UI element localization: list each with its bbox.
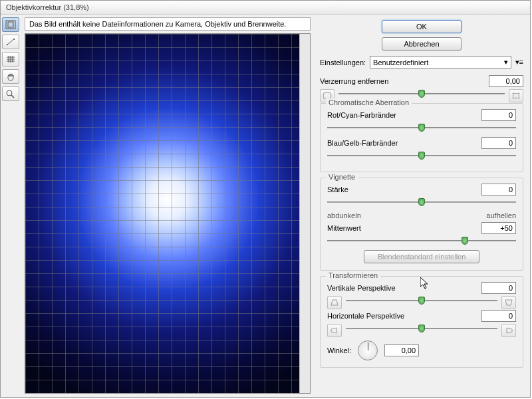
vertical-scrollbar[interactable] [299,34,310,393]
angle-dial[interactable] [358,340,378,360]
hpersp-right-icon[interactable] [501,324,516,337]
ok-button[interactable]: OK [382,20,462,33]
angle-input[interactable] [384,344,419,356]
remove-distortion-tool[interactable] [2,17,19,32]
settings-label: Einstellungen: [320,59,366,66]
move-grid-tool[interactable] [2,52,19,66]
window-title: Objektivkorrektur (31,8%) [1,1,530,15]
aperture-default-button[interactable]: Blendenstandard einstellen [364,250,480,263]
redcyan-label: Rot/Cyan-Farbränder [327,111,481,119]
vignette-midpoint-label: Mittenwert [327,224,481,232]
hpersp-label: Horizontale Perspektive [327,312,481,320]
settings-menu-icon[interactable]: ▾≡ [515,58,523,66]
vignette-midpoint-slider[interactable] [327,235,516,246]
tool-column [1,15,22,396]
svg-point-2 [7,90,12,96]
zoom-tool[interactable] [2,86,19,101]
distortion-input[interactable] [489,75,523,87]
vpersp-up-icon[interactable] [501,296,516,309]
transform-group-title: Transformieren [326,271,380,279]
vpersp-down-icon[interactable] [327,296,342,309]
angle-label: Winkel: [327,346,351,354]
distortion-slider[interactable] [338,88,505,99]
vignette-strength-input[interactable] [481,184,516,196]
chroma-group-title: Chromatische Aberration [326,98,412,106]
lighten-label: aufhellen [486,211,516,219]
info-message: Das Bild enthält keine Dateiinformatione… [25,17,311,31]
vignette-strength-label: Stärke [327,186,481,194]
pincushion-icon[interactable] [509,89,523,102]
distortion-label: Verzerrung entfernen [320,77,489,85]
blueyellow-slider[interactable] [327,150,516,161]
cancel-button[interactable]: Abbrechen [382,37,462,51]
hpersp-input[interactable] [481,310,516,322]
vpersp-label: Vertikale Perspektive [327,284,481,292]
hpersp-left-icon[interactable] [327,324,342,337]
vignette-midpoint-input[interactable] [481,222,516,234]
darken-label: abdunkeln [327,211,361,219]
preview-area[interactable] [25,33,311,394]
chevron-down-icon: ▾ [504,58,508,66]
vpersp-input[interactable] [481,282,516,294]
vignette-strength-slider[interactable] [327,197,516,207]
redcyan-input[interactable] [481,109,516,121]
svg-rect-1 [8,22,13,27]
hpersp-slider[interactable] [346,323,497,334]
settings-dropdown[interactable]: Benutzerdefiniert▾ [370,56,511,68]
straighten-tool[interactable] [2,35,19,49]
blueyellow-input[interactable] [481,137,516,149]
vignette-group-title: Vignette [326,173,358,181]
hand-tool[interactable] [2,69,19,84]
blueyellow-label: Blau/Gelb-Farbränder [327,139,481,147]
redcyan-slider[interactable] [327,122,516,133]
vpersp-slider[interactable] [346,295,497,306]
